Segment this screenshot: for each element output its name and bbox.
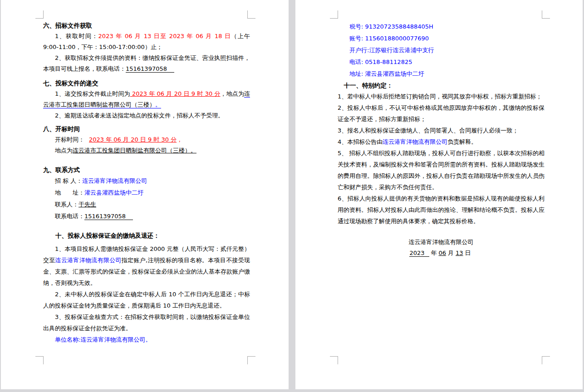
signature-date: 2023年06月13日 xyxy=(338,248,545,259)
heading-section-9: 九、联系方式 xyxy=(43,164,250,175)
crop-mark-bottom-left xyxy=(330,356,338,364)
paragraph-unit-name: 单位名称:连云港宵洋物流有限公司。 xyxy=(43,334,250,345)
bank-phone-row: 电话: 0518-88112825 xyxy=(338,56,545,68)
tax-number-row: 税号: 91320723588488405H xyxy=(338,21,545,33)
signature-month: 06 xyxy=(439,250,447,256)
signature-year: 2023 xyxy=(409,250,429,257)
contact-person-name: 于先生 xyxy=(79,201,96,208)
contact-bidder-row: 招 标 人：连云港宵洋物流有限公司 xyxy=(43,175,250,187)
page-left: 六、招标文件获取 1、获取时间：2023 年 06 月 13 日至 2023 年… xyxy=(1,0,289,389)
crop-mark-bottom-left xyxy=(35,356,44,364)
crop-mark-bottom-right xyxy=(247,356,255,364)
acquisition-date-range: 2023 年 06 月 13 日至 2023 年 06 月 18 日 xyxy=(98,33,231,39)
paragraph-submission-deadline: 1、递交投标文件截止时间为 2023 年 06 月 20 日 9 时 30 分，… xyxy=(43,88,250,110)
crop-mark-top-left xyxy=(35,10,44,19)
bidder-company-name: 连云港宵洋物流有限公司 xyxy=(82,177,147,184)
paragraph-opening-time: 开标时间：2023 年 06 月 20 日 9 时 30 分， xyxy=(43,134,250,145)
bank-address-row: 地址: 灌云县灌西盐场中二圩 xyxy=(338,68,545,80)
provision-4: 4、本招标公告由连云港宵洋物流有限公司负责解释。 xyxy=(338,136,545,147)
paragraph-deposit-verification: 3、投标保证金核查方式：在招标文件获取时间前，以缴纳投标保证金单位出具的投标保证… xyxy=(43,311,250,334)
signature-month-label: 月 xyxy=(448,250,454,256)
provision-5: 5、 招标人不组织投标人踏勘现场，投标人可自行进行勘察，以获本次招标的相关技术资… xyxy=(338,147,545,193)
opening-place-name: 连云港市工投集团日晒制盐有限公司（三楼）。 xyxy=(73,147,196,154)
signature-company: 连云港宵洋物流有限公司 xyxy=(338,237,545,248)
paragraph-deposit-refund: 2、未中标人的投标保证金在确定中标人后 10 个工作日内无息退还；中标人的投标保… xyxy=(43,289,250,311)
paragraph-opening-place: 地点为连云港市工投集团日晒制盐有限公司（三楼）。 xyxy=(43,145,250,156)
crop-mark-top-left xyxy=(330,10,338,19)
submission-deadline-label: 1、递交投标文件截止时间为 xyxy=(55,90,130,97)
page-left-content: 六、招标文件获取 1、获取时间：2023 年 06 月 13 日至 2023 年… xyxy=(43,20,250,345)
document-two-page-view: 六、招标文件获取 1、获取时间：2023 年 06 月 13 日至 2023 年… xyxy=(0,0,584,392)
provision-6: 6、招标人向投标人提供的有关货物的资料和数据是招标人现有的能使投标人利用的资料。… xyxy=(338,193,545,227)
heading-section-8: 八、开标时间 xyxy=(43,123,250,134)
heading-section-7: 七、投标文件的递交 xyxy=(43,78,250,88)
bidder-label: 招 标 人： xyxy=(55,177,82,184)
crop-mark-bottom-right xyxy=(542,356,550,364)
special-provisions-section: 1、若中标人中标后拒绝签订购销合同，视同其放弃中标权，招标方重新招标； 2、投标… xyxy=(338,91,545,227)
heading-section-11: 十一、特别约定： xyxy=(338,80,545,91)
submission-deadline-datetime: 2023 年 06 月 20 日 9 时 30 分 xyxy=(130,90,221,97)
paragraph-late-delivery: 2、逾期送达或者未送达指定地点的投标文件，招标人不予受理。 xyxy=(43,110,250,121)
paragraph-deposit-amount: 1、本项目投标人需缴纳投标保证金 2000 元整（人民币大写：贰仟元整）交至连云… xyxy=(43,243,250,289)
page-right-content: 税号: 91320723588488405H 账号: 1156018800007… xyxy=(338,20,545,259)
provision-4-pre: 4、本招标公告由 xyxy=(338,138,383,145)
deposit-company-name: 连云港宵洋物流有限公司 xyxy=(55,257,122,264)
provision-4-post: 负责解释。 xyxy=(447,138,477,145)
provision-4-company: 连云港宵洋物流有限公司 xyxy=(383,138,447,145)
contact-phone-number: 15161397058 xyxy=(84,213,133,220)
paragraph-acquisition-time: 1、获取时间：2023 年 06 月 13 日至 2023 年 06 月 18 … xyxy=(43,31,250,53)
address-label: 地 址： xyxy=(55,189,84,196)
submission-place-period: 。 xyxy=(155,101,161,108)
deposit-section: 1、本项目投标人需缴纳投标保证金 2000 元整（人民币大写：贰仟元整）交至连云… xyxy=(43,243,250,345)
paragraph-acquisition-materials: 2、获取招标文件须提供的资料：缴纳投标保证金凭证、营业执照扫描件，本项目可线上报… xyxy=(43,53,250,74)
provision-3: 3、报名人和投标保证金缴纳人、合同签署人、合同履行人必须一致； xyxy=(338,125,545,136)
crop-mark-top-right xyxy=(247,10,255,19)
opening-datetime-comma: ， xyxy=(177,136,182,143)
provision-2: 2、投标人中标后，不认可中标价格或其他原因放弃中标权的，其缴纳的投标保证金不予退… xyxy=(338,102,545,125)
bank-info-block: 税号: 91320723588488405H 账号: 1156018800007… xyxy=(338,21,545,80)
contact-phone-row: 联系电话：15161397058 xyxy=(43,211,250,222)
acquisition-time-label: 1、获取时间： xyxy=(55,33,98,39)
contact-address-row: 地 址：灌云县灌西盐场中二圩 xyxy=(43,187,250,199)
bidder-address: 灌云县灌西盐场中二圩 xyxy=(84,189,143,196)
submission-place-label: ，地点为 xyxy=(221,90,244,97)
page-right: 税号: 91320723588488405H 账号: 1156018800007… xyxy=(295,0,583,389)
registration-phone-number: 15161397058 xyxy=(126,65,174,73)
bank-name-row: 开户行:江苏银行连云港浦中支行 xyxy=(338,44,545,56)
contact-block: 招 标 人：连云港宵洋物流有限公司 地 址：灌云县灌西盐场中二圩 联系人：于先生… xyxy=(43,175,250,222)
account-number-row: 账号: 11560188000077690 xyxy=(338,33,545,44)
contact-person-label: 联系人： xyxy=(55,201,79,208)
signature-day-label: 日 xyxy=(465,250,471,256)
heading-section-6: 六、招标文件获取 xyxy=(43,20,250,31)
contact-person-row: 联系人：于先生 xyxy=(43,199,250,211)
opening-time-label: 开标时间： xyxy=(55,136,84,143)
heading-section-10: 十、投标人投标保证金的缴纳及退还： xyxy=(43,230,250,241)
contact-phone-label: 联系电话： xyxy=(55,213,84,220)
signature-day: 13 xyxy=(456,250,463,256)
opening-place-label: 地点为 xyxy=(55,147,73,154)
provision-1: 1、若中标人中标后拒绝签订购销合同，视同其放弃中标权，招标方重新招标； xyxy=(338,91,545,102)
signature-year-label: 年 xyxy=(431,250,437,256)
opening-datetime: 2023 年 06 月 20 日 9 时 30 分 xyxy=(89,136,177,143)
crop-mark-top-right xyxy=(542,10,550,19)
